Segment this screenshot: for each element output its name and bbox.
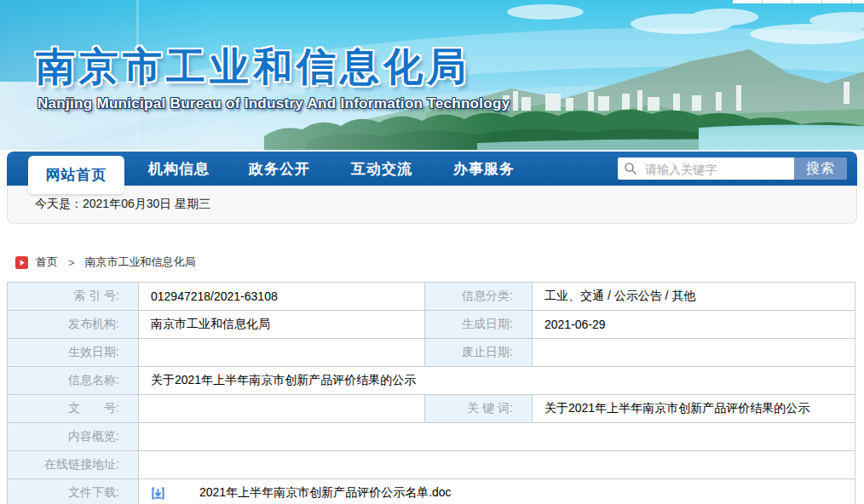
index-number-label: 索 引 号:: [8, 283, 139, 311]
nav-block: 机构信息 政务公开 互动交流 办事服务 搜索 网站首页 今天是：2021年06月…: [7, 152, 857, 225]
doc-number-value: [139, 395, 425, 423]
download-icon[interactable]: [151, 486, 165, 501]
nav-item-interaction[interactable]: 互动交流: [341, 152, 423, 186]
content-overview-value: [139, 423, 855, 451]
info-name-value: 关于2021年上半年南京市创新产品评价结果的公示: [139, 367, 855, 395]
page: 南京市工业和信息化局 Nanjing Municipal Bureau of I…: [0, 0, 864, 504]
info-category-value: 工业、交通 / 公示公告 / 其他: [533, 283, 855, 311]
nav-item-services[interactable]: 办事服务: [443, 152, 525, 186]
expiry-date-label: 废止日期:: [425, 339, 533, 367]
document-info-table: 索 引 号: 012947218/2021-63108 信息分类: 工业、交通 …: [7, 282, 855, 504]
table-row: 信息名称: 关于2021年上半年南京市创新产品评价结果的公示: [8, 367, 855, 395]
breadcrumb-marker-icon: [15, 256, 28, 269]
today-date-text: 今天是：2021年06月30日 星期三: [35, 197, 210, 212]
file-download-cell: 2021年上半年南京市创新产品评价公示名单.doc: [139, 479, 855, 504]
breadcrumb-separator: >: [68, 256, 75, 269]
keywords-label: 关 键 词:: [425, 395, 533, 423]
expiry-date-value: [533, 339, 855, 367]
site-title: 南京市工业和信息化局: [36, 41, 470, 94]
table-row: 发布机构: 南京市工业和信息化局 生成日期: 2021-06-29: [8, 311, 855, 339]
table-row: 内容概览:: [8, 423, 855, 451]
info-name-label: 信息名称:: [8, 367, 139, 395]
effective-date-value: [139, 339, 425, 367]
search-box: [618, 158, 794, 180]
table-row: 在线链接地址:: [8, 451, 855, 479]
download-file-link[interactable]: 2021年上半年南京市创新产品评价公示名单.doc: [199, 485, 452, 501]
nav-item-home-active[interactable]: 网站首页: [28, 156, 124, 194]
info-category-label: 信息分类:: [425, 283, 533, 311]
site-subtitle-english: Nanjing Municipal Bureau of Industry And…: [37, 95, 510, 112]
publisher-label: 发布机构:: [8, 311, 139, 339]
effective-date-label: 生效日期:: [8, 339, 139, 367]
table-row: 生效日期: 废止日期:: [8, 339, 855, 367]
created-date-value: 2021-06-29: [533, 311, 855, 339]
content-overview-label: 内容概览:: [8, 423, 139, 451]
search-input[interactable]: [643, 158, 792, 181]
publisher-value: 南京市工业和信息化局: [139, 311, 425, 339]
main-nav-bar: 机构信息 政务公开 互动交流 办事服务 搜索: [7, 152, 857, 186]
site-banner: 南京市工业和信息化局 Nanjing Municipal Bureau of I…: [0, 0, 864, 150]
search-button[interactable]: 搜索: [794, 158, 847, 180]
online-link-label: 在线链接地址:: [8, 451, 139, 479]
date-bar: 今天是：2021年06月30日 星期三: [7, 186, 857, 224]
index-number-value: 012947218/2021-63108: [139, 283, 425, 311]
doc-number-label: 文 号:: [8, 395, 139, 423]
keywords-value: 关于2021年上半年南京市创新产品评价结果的公示: [533, 395, 855, 423]
nav-item-org-info[interactable]: 机构信息: [138, 152, 220, 186]
breadcrumb: 首页 > 南京市工业和信息化局: [15, 253, 196, 272]
search-icon: [624, 162, 637, 175]
breadcrumb-current-page[interactable]: 南京市工业和信息化局: [85, 255, 196, 270]
table-row: 文 号: 关 键 词: 关于2021年上半年南京市创新产品评价结果的公示: [8, 395, 855, 423]
created-date-label: 生成日期:: [425, 311, 533, 339]
table-row: 文件下载: 2021年上半年南京市创新产品评价公示名单.doc: [8, 479, 855, 504]
file-download-label: 文件下载:: [8, 479, 139, 504]
table-row: 索 引 号: 012947218/2021-63108 信息分类: 工业、交通 …: [8, 283, 855, 311]
site-search: 搜索: [618, 158, 847, 180]
online-link-value: [139, 451, 855, 479]
top-edge-artifact: [733, 0, 864, 3]
breadcrumb-home-link[interactable]: 首页: [36, 255, 58, 270]
nav-item-gov-affairs[interactable]: 政务公开: [239, 152, 320, 186]
